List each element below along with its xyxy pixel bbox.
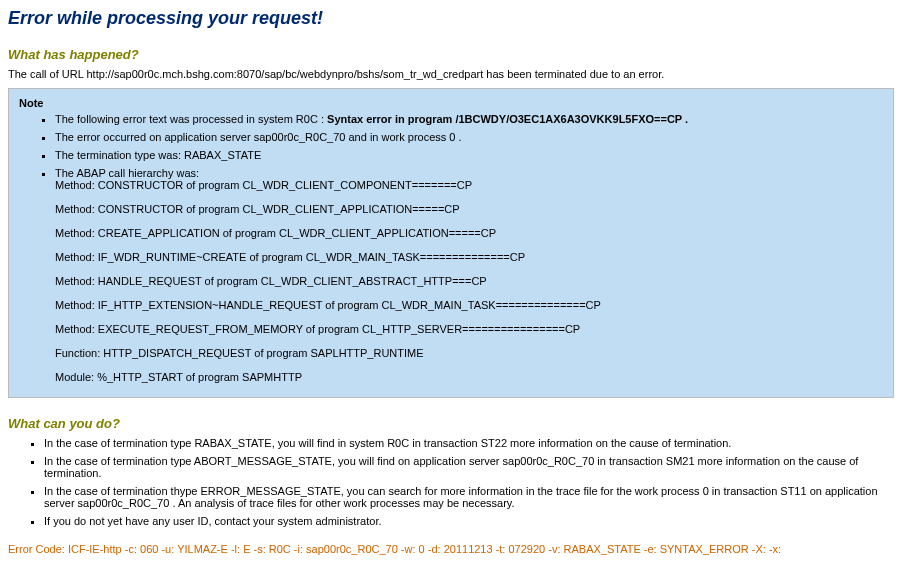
note-title: Note bbox=[19, 97, 883, 109]
note-item-prefix: The following error text was processed i… bbox=[55, 113, 327, 125]
note-box: Note The following error text was proces… bbox=[8, 88, 894, 398]
page-title: Error while processing your request! bbox=[8, 8, 894, 29]
section-what-happened-text: The call of URL http://sap00r0c.mch.bshg… bbox=[8, 68, 894, 80]
hierarchy-line: Method: IF_WDR_RUNTIME~CREATE of program… bbox=[55, 251, 883, 263]
what-can-you-do-item: If you do not yet have any user ID, cont… bbox=[44, 515, 894, 527]
what-can-you-do-item: In the case of termination type RABAX_ST… bbox=[44, 437, 894, 449]
hierarchy-line: Method: EXECUTE_REQUEST_FROM_MEMORY of p… bbox=[55, 323, 883, 335]
note-item-text: The ABAP call hierarchy was: bbox=[55, 167, 199, 179]
note-item: The error occurred on application server… bbox=[55, 131, 883, 143]
note-item: The following error text was processed i… bbox=[55, 113, 883, 125]
hierarchy-line: Method: CONSTRUCTOR of program CL_WDR_CL… bbox=[55, 203, 883, 215]
section-what-happened-heading: What has happened? bbox=[8, 47, 894, 62]
note-list: The following error text was processed i… bbox=[19, 113, 883, 383]
hierarchy-line: Method: CREATE_APPLICATION of program CL… bbox=[55, 227, 883, 239]
section-what-can-you-do-heading: What can you do? bbox=[8, 416, 894, 431]
hierarchy-line: Method: CONSTRUCTOR of program CL_WDR_CL… bbox=[55, 179, 883, 191]
hierarchy-line: Method: IF_HTTP_EXTENSION~HANDLE_REQUEST… bbox=[55, 299, 883, 311]
what-can-you-do-list: In the case of termination type RABAX_ST… bbox=[8, 437, 894, 527]
what-can-you-do-item: In the case of termination thype ERROR_M… bbox=[44, 485, 894, 509]
note-item: The ABAP call hierarchy was:Method: CONS… bbox=[55, 167, 883, 383]
what-can-you-do-item: In the case of termination type ABORT_ME… bbox=[44, 455, 894, 479]
error-code: Error Code: ICF-IE-http -c: 060 -u: YILM… bbox=[8, 543, 894, 555]
note-item-bold: Syntax error in program /1BCWDY/O3EC1AX6… bbox=[327, 113, 688, 125]
hierarchy-line: Module: %_HTTP_START of program SAPMHTTP bbox=[55, 371, 883, 383]
note-item: The termination type was: RABAX_STATE bbox=[55, 149, 883, 161]
hierarchy-line: Method: HANDLE_REQUEST of program CL_WDR… bbox=[55, 275, 883, 287]
hierarchy-line: Function: HTTP_DISPATCH_REQUEST of progr… bbox=[55, 347, 883, 359]
